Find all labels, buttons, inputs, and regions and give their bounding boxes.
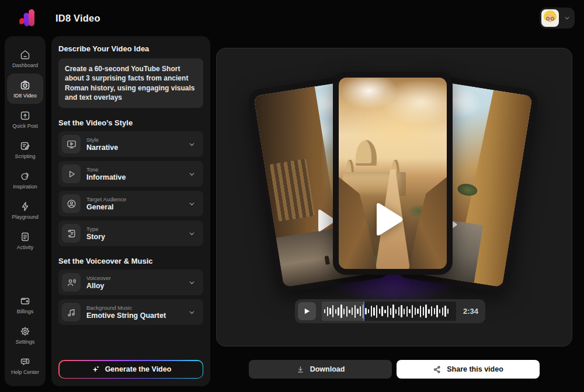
chevron-down-icon: [561, 14, 573, 22]
preview-column: 2:34 Download Share this video: [216, 36, 572, 386]
sidebar-item-inspiration[interactable]: Inspiration: [7, 164, 43, 195]
bolt-icon: [19, 201, 31, 212]
field-value: Story: [86, 233, 182, 241]
idea-input[interactable]: Create a 60-second YouTube Short about 3…: [58, 58, 203, 108]
chevron-down-icon: [187, 229, 196, 238]
chevron-down-icon: [187, 140, 196, 149]
sidebar-item-quick-post[interactable]: Quick Post: [7, 104, 43, 134]
composer-panel: Describe Your Video Idea Create a 60-sec…: [51, 36, 210, 386]
field-value: Emotive String Quartet: [86, 312, 182, 320]
play-icon: [303, 307, 311, 315]
sidebar-item-activity[interactable]: Activity: [7, 225, 43, 256]
field-label: Tone: [86, 166, 182, 173]
field-label: Voiceover: [86, 275, 182, 281]
field-value: Informative: [86, 173, 182, 181]
audio-play-button[interactable]: [298, 302, 316, 320]
field-value: General: [86, 203, 182, 211]
voiceover-dropdown[interactable]: Voiceover Alloy: [58, 270, 203, 295]
user-menu[interactable]: [540, 8, 575, 29]
share-icon: [433, 365, 442, 374]
waveform-bars: [322, 302, 456, 321]
target-audience-dropdown[interactable]: Target Audience General: [58, 191, 203, 216]
tone-dropdown[interactable]: Tone Informative: [58, 161, 203, 187]
page-title: ID8 Video: [55, 13, 100, 24]
sidebar-item-dashboard[interactable]: Dashboard: [7, 43, 43, 74]
sidebar-item-scripting[interactable]: Scripting: [7, 134, 43, 164]
voice-icon: [62, 273, 81, 292]
journal-icon: [19, 231, 31, 243]
play-outline-icon: [62, 164, 81, 183]
voice-section-heading: Set the Voiceover & Music: [58, 257, 203, 265]
sparkle-icon: [91, 365, 100, 374]
app-logo-icon: [19, 9, 39, 27]
home-icon: [19, 49, 31, 61]
generate-button-label: Generate the Video: [105, 365, 172, 373]
sidebar-item-help-center[interactable]: Help Center: [7, 350, 43, 380]
loop-icon: [19, 170, 31, 182]
top-header: ID8 Video: [0, 0, 584, 36]
monitor-play-icon: [62, 135, 81, 153]
chevron-down-icon: [187, 170, 196, 178]
duration-label: 2:34: [462, 307, 482, 316]
field-label: Background Music: [86, 304, 182, 311]
background-music-dropdown[interactable]: Background Music Emotive String Quartet: [58, 299, 203, 325]
sidebar-item-playground[interactable]: Playground: [7, 195, 43, 225]
gear-icon: [19, 326, 31, 337]
style-section-heading: Set the Video’s Style: [58, 118, 203, 127]
avatar[interactable]: [541, 9, 559, 27]
user-circle-icon: [62, 194, 81, 213]
music-note-icon: [62, 303, 81, 321]
audio-player: 2:34: [295, 299, 485, 323]
roman-basilica-image: [339, 78, 447, 269]
sidebar-item-id8-video[interactable]: ID8 Video: [7, 74, 43, 104]
style-dropdown[interactable]: Style Narrative: [58, 131, 203, 157]
note-pen-icon: [19, 140, 31, 152]
idea-heading: Describe Your Video Idea: [58, 44, 203, 53]
scroll-icon: [62, 224, 81, 243]
upload-box-icon: [19, 110, 31, 121]
sidebar: Dashboard ID8 Video Quick Post Scripting: [5, 36, 46, 386]
field-value: Alloy: [86, 282, 182, 290]
field-value: Narrative: [86, 144, 182, 152]
sidebar-item-settings[interactable]: Settings: [7, 320, 43, 350]
video-preview-panel: 2:34: [216, 48, 572, 346]
share-button[interactable]: Share this video: [397, 360, 540, 379]
chevron-down-icon: [187, 308, 196, 317]
play-button[interactable]: [373, 200, 405, 239]
sidebar-item-billings[interactable]: Billings: [7, 289, 43, 320]
playhead: [363, 302, 364, 321]
field-label: Target Audience: [86, 196, 182, 202]
video-card-center[interactable]: [333, 72, 453, 275]
chevron-down-icon: [187, 200, 196, 208]
video-box-icon: [19, 79, 31, 91]
download-icon: [296, 365, 305, 374]
download-button[interactable]: Download: [249, 360, 392, 379]
app-window: ID8 Video Dashboard ID8 Video: [0, 0, 584, 392]
chevron-down-icon: [187, 278, 196, 287]
wallet-icon: [19, 295, 31, 307]
chat-icon: [19, 356, 31, 368]
generate-video-button[interactable]: Generate the Video: [58, 360, 203, 379]
field-label: Type: [86, 226, 182, 232]
waveform-scrubber[interactable]: [322, 302, 456, 321]
field-label: Style: [86, 136, 182, 143]
actions-row: Download Share this video: [216, 360, 572, 379]
type-dropdown[interactable]: Type Story: [58, 220, 203, 246]
